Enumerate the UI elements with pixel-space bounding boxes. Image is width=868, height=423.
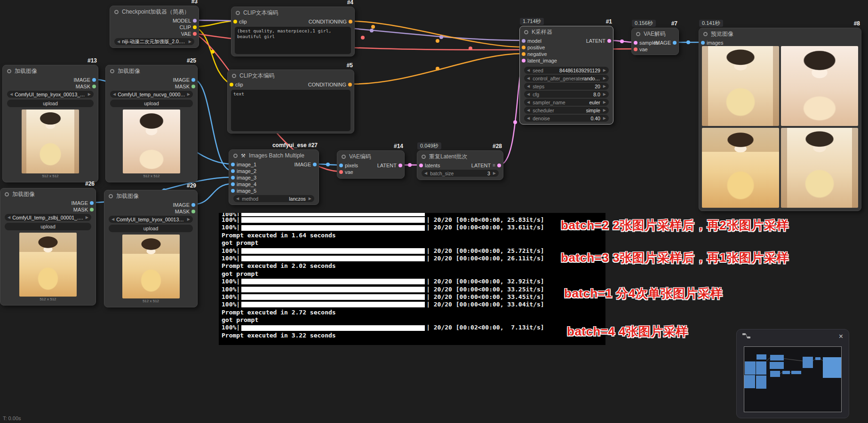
combo-left-arrow-icon[interactable]: ◀ [527, 84, 530, 88]
collapse-dot-icon[interactable] [5, 192, 9, 196]
denoise-widget[interactable]: ◀ denoise 0.40 ▶ [524, 115, 609, 122]
collapse-dot-icon[interactable] [342, 155, 346, 159]
input-port-image3[interactable]: image_3 [237, 174, 256, 181]
node-header[interactable]: 重复Latent批次 [417, 151, 503, 162]
input-port-negative[interactable]: negative [527, 51, 547, 57]
combo-right-arrow-icon[interactable]: ▶ [603, 92, 606, 96]
collapse-dot-icon[interactable] [114, 10, 119, 14]
output-port-vae[interactable]: VAE [181, 31, 191, 37]
input-port-vae[interactable]: vae [345, 169, 353, 175]
combo-right-arrow-icon[interactable]: ▶ [603, 108, 606, 112]
minimap-close-icon[interactable]: × [839, 333, 843, 340]
combo-left-arrow-icon[interactable]: ◀ [527, 116, 530, 120]
combo-left-arrow-icon[interactable]: ◀ [527, 76, 530, 80]
scheduler-widget[interactable]: ◀ scheduler simple ▶ [524, 107, 609, 114]
node-ksampler[interactable]: 1.714秒 #1 K采样器 model LATENT positive neg… [519, 26, 613, 125]
node-load-image-13[interactable]: #13 加载图像 IMAGE MASK ◀ ComfyUI_temp_lryox… [2, 65, 98, 182]
combo-left-arrow-icon[interactable]: ◀ [236, 196, 239, 201]
collapse-dot-icon[interactable] [233, 154, 238, 158]
input-port-model[interactable]: model [527, 38, 542, 44]
combo-right-arrow-icon[interactable]: ▶ [86, 215, 88, 219]
combo-left-arrow-icon[interactable]: ◀ [527, 108, 530, 112]
image-file-widget[interactable]: ◀ ComfyUI_temp_lryox_00013_.png ▶ [7, 91, 94, 98]
node-header[interactable]: CLIP文本编码 [231, 7, 354, 18]
node-load-image-29[interactable]: #29 加载图像 IMAGE MASK ◀ ComfyUI_temp_lryox… [104, 190, 198, 307]
node-header[interactable]: 加载图像 [3, 65, 98, 77]
output-port-clip[interactable]: CLIP [180, 24, 191, 31]
input-port-clip[interactable]: clip [235, 81, 243, 88]
input-port-positive[interactable]: positive [527, 44, 545, 51]
node-header[interactable]: CLIP文本编码 [228, 70, 354, 81]
image-file-widget[interactable]: ◀ ComfyUI_temp_nucvg_00001_.p... ▶ [110, 91, 193, 98]
collapse-dot-icon[interactable] [109, 194, 113, 198]
prompt-textarea[interactable]: text [231, 90, 350, 131]
input-port-image5[interactable]: image_5 [237, 188, 256, 194]
output-port-latent[interactable]: LATENT ≡ [471, 162, 495, 169]
steps-widget[interactable]: ◀ steps 20 ▶ [524, 83, 609, 90]
combo-left-arrow-icon[interactable]: ◀ [424, 171, 427, 175]
collapse-dot-icon[interactable] [636, 32, 640, 36]
node-repeat-latent-batch[interactable]: 0.049秒 #28 重复Latent批次 latents LATENT ≡ ◀… [417, 150, 503, 180]
input-port-pixels[interactable]: pixels [345, 162, 358, 169]
seed-widget[interactable]: ◀ seed 844861639291129 ▶ [524, 67, 609, 74]
output-port-mask[interactable]: MASK [175, 208, 190, 215]
combo-right-arrow-icon[interactable]: ▶ [603, 68, 606, 72]
combo-right-arrow-icon[interactable]: ▶ [493, 171, 496, 175]
combo-right-arrow-icon[interactable]: ▶ [187, 217, 190, 221]
minimap-viewport[interactable] [744, 346, 842, 412]
node-vae-decode[interactable]: 0.156秒 #7 VAE解码 samples IMAGE vae [631, 28, 679, 55]
output-port-image[interactable]: IMAGE [173, 77, 190, 83]
output-port-model[interactable]: MODEL [173, 17, 191, 24]
minimap-panel[interactable]: × [736, 329, 849, 418]
combo-left-arrow-icon[interactable]: ◀ [527, 92, 530, 96]
upload-button[interactable]: upload [5, 223, 91, 230]
combo-left-arrow-icon[interactable]: ◀ [527, 100, 530, 104]
input-port-clip[interactable]: clip [239, 18, 247, 25]
node-preview-image[interactable]: 0.141秒 #8 预览图像 images [699, 28, 861, 211]
node-header[interactable]: 预览图像 [699, 28, 861, 39]
input-port-image4[interactable]: image_4 [237, 181, 256, 188]
collapse-dot-icon[interactable] [422, 155, 426, 159]
node-images-batch-multiple[interactable]: comfyui_ese #27 ⚒ Images Batch Multiple … [229, 149, 319, 205]
node-load-image-25[interactable]: #25 加载图像 IMAGE MASK ◀ ComfyUI_temp_nucvg… [105, 65, 198, 182]
input-port-latents[interactable]: latents [425, 162, 440, 169]
node-header[interactable]: VAE编码 [337, 151, 404, 162]
input-port-image2[interactable]: image_2 [237, 168, 256, 174]
output-port-image[interactable]: IMAGE [173, 202, 190, 208]
output-port-image[interactable]: IMAGE [654, 39, 671, 46]
upload-button[interactable]: upload [109, 225, 193, 232]
node-checkpoint-loader[interactable]: #3 Checkpoint加载器（简易） MODEL CLIP VAE ◀ ni… [110, 6, 199, 48]
input-port-latent-image[interactable]: latent_image [527, 57, 557, 64]
image-file-widget[interactable]: ◀ ComfyUI_temp_lryox_00013_.png ▶ [109, 216, 193, 223]
output-port-image[interactable]: IMAGE [72, 200, 88, 206]
output-port-mask[interactable]: MASK [175, 83, 190, 90]
node-header[interactable]: 加载图像 [106, 65, 197, 77]
collapse-dot-icon[interactable] [110, 69, 114, 73]
collapse-dot-icon[interactable] [236, 11, 240, 15]
combo-right-arrow-icon[interactable]: ▶ [603, 100, 606, 104]
input-port-image1[interactable]: image_1 [237, 161, 256, 168]
combo-right-arrow-icon[interactable]: ▶ [603, 84, 606, 88]
output-port-latent[interactable]: LATENT [377, 162, 397, 169]
output-port-conditioning[interactable]: CONDITIONING [308, 81, 346, 88]
sampler-name-widget[interactable]: ◀ sampler_name euler ▶ [524, 99, 609, 106]
output-port-image[interactable]: IMAGE [74, 77, 90, 83]
output-port-mask[interactable]: MASK [76, 83, 90, 90]
prompt-textarea[interactable]: (best quality, masterpiece),1 girl, beau… [235, 27, 351, 54]
output-port-latent[interactable]: LATENT [586, 38, 605, 44]
input-port-images[interactable]: images [707, 39, 723, 46]
collapse-dot-icon[interactable] [703, 32, 708, 36]
output-port-mask[interactable]: MASK [73, 206, 88, 213]
output-port-image[interactable]: IMAGE [295, 161, 311, 168]
combo-right-arrow-icon[interactable]: ▶ [603, 116, 606, 120]
ckpt-name-widget[interactable]: ◀ niji-动漫二次元加强版_2.0.safete... ▶ [114, 38, 194, 45]
node-header[interactable]: 加载图像 [0, 188, 96, 200]
node-header[interactable]: ⚒ Images Batch Multiple [229, 150, 319, 161]
node-header[interactable]: 加载图像 [104, 190, 197, 202]
control-after-generate-widget[interactable]: ◀ control_after_generate randomize ▶ [524, 75, 609, 82]
batch-size-widget[interactable]: ◀ batch_size 3 ▶ [422, 170, 499, 177]
output-port-conditioning[interactable]: CONDITIONING [309, 18, 347, 25]
node-vae-encode[interactable]: #14 VAE编码 pixels LATENT vae [337, 150, 405, 179]
upload-button[interactable]: upload [110, 100, 193, 107]
node-clip-text-encode-negative[interactable]: #5 CLIP文本编码 clip CONDITIONING text [227, 70, 354, 133]
